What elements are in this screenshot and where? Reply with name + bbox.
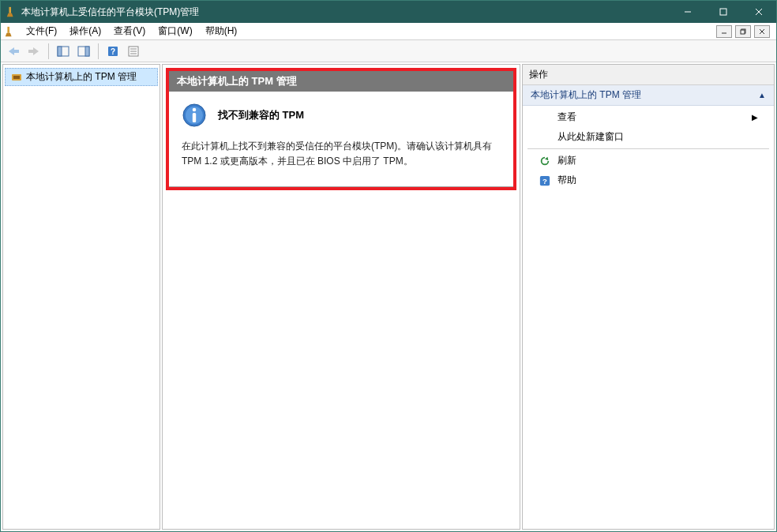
window-controls [670,1,776,23]
result-pane: 本地计算机上的 TPM 管理 找不到兼容的 TPM [162,64,520,530]
menu-window[interactable]: 窗口(W) [152,23,198,39]
action-new-window[interactable]: 从此处新建窗口 [523,127,774,147]
action-refresh[interactable]: 刷新 [523,151,774,170]
window-title: 本地计算机上受信任的平台模块(TPM)管理 [21,6,670,19]
actions-group-header[interactable]: 本地计算机上的 TPM 管理 ▲ [523,85,774,106]
svg-point-27 [193,108,197,112]
action-new-window-label: 从此处新建窗口 [557,130,624,144]
mdi-minimize-button[interactable] [716,25,732,38]
menubar: 文件(F) 操作(A) 查看(V) 窗口(W) 帮助(H) [1,23,776,40]
highlighted-region: 本地计算机上的 TPM 管理 找不到兼容的 TPM [166,68,516,190]
svg-rect-11 [13,50,19,53]
maximize-button[interactable] [705,1,741,23]
collapse-icon: ▲ [758,91,766,99]
svg-rect-8 [741,30,745,34]
blank-icon [539,111,551,124]
section-header: 本地计算机上的 TPM 管理 [169,71,513,92]
actions-group-title: 本地计算机上的 TPM 管理 [531,88,641,102]
show-hide-action-pane-button[interactable] [74,42,93,61]
titlebar: 本地计算机上受信任的平台模块(TPM)管理 [1,1,776,23]
svg-rect-2 [720,9,726,15]
menu-action[interactable]: 操作(A) [63,23,107,39]
action-help[interactable]: ? 帮助 [523,170,774,190]
info-icon [182,103,207,128]
client-area: 本地计算机上的 TPM 管理 本地计算机上的 TPM 管理 [1,62,776,531]
svg-text:?: ? [542,176,547,185]
message-title: 找不到兼容的 TPM [218,108,304,122]
toolbar-separator [48,43,49,59]
blank-icon [539,131,551,144]
mmc-window: 本地计算机上受信任的平台模块(TPM)管理 文件(F) 操作(A) 查看(V) … [0,0,777,532]
menu-help[interactable]: 帮助(H) [199,23,244,39]
actions-pane-title: 操作 [523,65,774,85]
mdi-controls [716,25,770,38]
svg-rect-0 [9,7,11,13]
properties-button[interactable] [124,42,143,61]
tpm-snapin-icon [10,71,23,84]
show-hide-console-tree-button[interactable] [54,42,73,61]
minimize-button[interactable] [670,1,705,23]
toolbar: ? [1,40,776,62]
menu-view[interactable]: 查看(V) [107,23,152,39]
menu-file[interactable]: 文件(F) [20,23,63,39]
svg-rect-12 [28,50,34,53]
action-help-label: 帮助 [557,174,576,187]
svg-rect-24 [13,76,20,79]
toolbar-separator [98,43,99,59]
close-button[interactable] [741,1,776,23]
separator [527,148,769,149]
svg-text:?: ? [111,47,115,56]
help-button[interactable]: ? [103,42,122,61]
forward-button[interactable] [24,42,43,61]
action-view[interactable]: 查看 ▶ [523,107,774,127]
svg-rect-5 [7,26,9,32]
mmc-icon [4,26,15,37]
tree-root-label: 本地计算机上的 TPM 管理 [26,70,137,84]
svg-rect-28 [193,113,196,122]
svg-rect-14 [58,47,62,56]
app-icon [6,6,17,17]
svg-rect-16 [85,47,89,56]
action-refresh-label: 刷新 [557,154,576,167]
refresh-icon [539,155,551,167]
mdi-restore-button[interactable] [735,25,751,38]
submenu-arrow-icon: ▶ [752,113,758,122]
actions-list: 查看 ▶ 从此处新建窗口 刷新 ? [523,106,774,192]
section-body: 找不到兼容的 TPM 在此计算机上找不到兼容的受信任的平台模块(TPM)。请确认… [169,92,513,187]
action-view-label: 查看 [557,111,576,124]
mdi-close-button[interactable] [754,25,770,38]
tree-root-item[interactable]: 本地计算机上的 TPM 管理 [5,68,158,86]
message-body: 在此计算机上找不到兼容的受信任的平台模块(TPM)。请确认该计算机具有 TPM … [182,139,501,169]
console-tree-pane: 本地计算机上的 TPM 管理 [2,64,160,530]
back-button[interactable] [4,42,23,61]
help-icon: ? [539,174,551,187]
actions-pane: 操作 本地计算机上的 TPM 管理 ▲ 查看 ▶ 从此处新建窗口 [522,64,775,530]
message-row: 找不到兼容的 TPM [182,103,501,128]
